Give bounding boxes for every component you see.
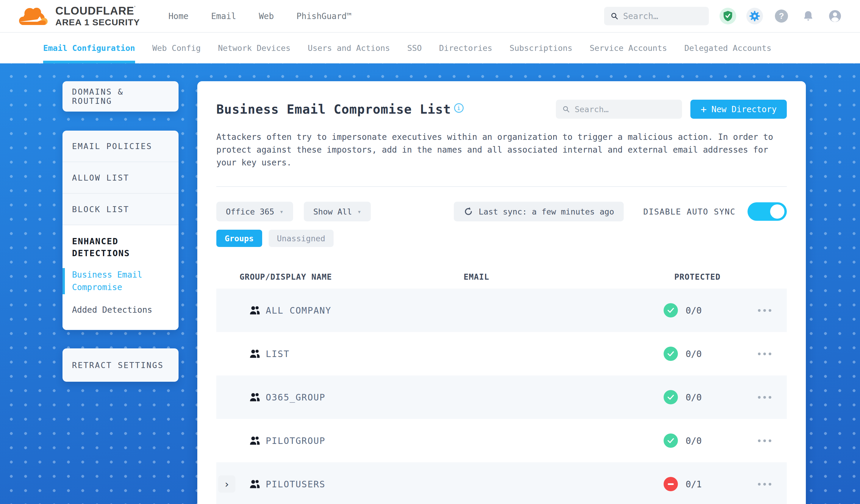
- segment-unassigned[interactable]: Unassigned: [269, 230, 334, 247]
- groups-table: GROUP/DISPLAY NAME EMAIL PROTECTED ALL C…: [216, 265, 787, 504]
- list-search[interactable]: [556, 100, 682, 119]
- settings-button[interactable]: [746, 8, 763, 24]
- cloudflare-cloud-icon: [17, 5, 50, 27]
- row-menu-button[interactable]: [742, 440, 787, 442]
- global-search-input[interactable]: [623, 11, 702, 21]
- cloudflare-logo[interactable]: CLOUDFLARE’ AREA 1 SECURITY: [17, 5, 140, 27]
- tab-subscriptions[interactable]: Subscriptions: [510, 33, 572, 63]
- user-avatar-icon: [828, 9, 842, 23]
- bec-list-panel: Business Email Compromise List i + New D…: [197, 81, 806, 504]
- tab-directories[interactable]: Directories: [439, 33, 492, 63]
- table-row[interactable]: LIST 0/0: [216, 332, 787, 375]
- directory-dropdown[interactable]: Office 365 ▾: [216, 202, 293, 221]
- question-icon: ?: [775, 10, 788, 23]
- auto-sync-label: DISABLE AUTO SYNC: [643, 207, 736, 216]
- tab-web-config[interactable]: Web Config: [152, 33, 201, 63]
- shield-check-icon: [723, 11, 733, 22]
- group-icon: [244, 305, 266, 315]
- global-search[interactable]: [604, 7, 709, 25]
- group-icon: [244, 479, 266, 489]
- logo-trademark: ’: [134, 5, 135, 11]
- chevron-down-icon: ▾: [357, 208, 361, 215]
- tab-network-devices[interactable]: Network Devices: [218, 33, 290, 63]
- app-header: CLOUDFLARE’ AREA 1 SECURITY Home Email W…: [0, 0, 860, 33]
- sidebar-item-enhanced-detections[interactable]: ENHANCED DETECTIONS: [62, 235, 178, 259]
- sidebar-item-allow-list[interactable]: ALLOW LIST: [62, 162, 178, 194]
- column-header-name: GROUP/DISPLAY NAME: [216, 272, 452, 282]
- bell-icon: [803, 10, 814, 22]
- logo-title: CLOUDFLARE: [55, 5, 134, 17]
- tab-delegated-accounts[interactable]: Delegated Accounts: [685, 33, 772, 63]
- nav-phishguard[interactable]: PhishGuard™: [296, 11, 352, 21]
- row-menu-button[interactable]: [742, 309, 787, 312]
- account-button[interactable]: [827, 8, 843, 24]
- refresh-icon: [463, 206, 473, 217]
- search-icon: [611, 12, 618, 20]
- sidebar-item-added-detections[interactable]: Added Detections: [62, 303, 178, 317]
- protected-count: 0/0: [686, 435, 702, 446]
- notifications-button[interactable]: [800, 8, 817, 24]
- protected-count: 0/1: [686, 479, 702, 489]
- table-row[interactable]: › PILOTUSERS 0/1: [216, 462, 787, 504]
- row-menu-button[interactable]: [742, 396, 787, 399]
- nav-home[interactable]: Home: [169, 11, 188, 21]
- table-row[interactable]: O365_GROUP 0/0: [216, 375, 787, 419]
- table-row[interactable]: ALL COMPANY 0/0: [216, 289, 787, 332]
- sidebar-item-block-list[interactable]: BLOCK LIST: [62, 194, 178, 225]
- protected-count: 0/0: [686, 305, 702, 316]
- show-filter-dropdown[interactable]: Show All ▾: [304, 202, 371, 221]
- sidebar-item-domains-routing[interactable]: DOMAINS & ROUTING: [62, 81, 178, 112]
- directory-dropdown-value: Office 365: [226, 207, 274, 216]
- chevron-right-icon: ›: [224, 478, 230, 490]
- tab-service-accounts[interactable]: Service Accounts: [590, 33, 667, 63]
- auto-sync-toggle[interactable]: [747, 202, 787, 221]
- sidebar-item-business-email-compromise[interactable]: Business Email Compromise: [62, 268, 178, 294]
- segment-groups[interactable]: Groups: [216, 230, 262, 247]
- primary-nav: Home Email Web PhishGuard™: [169, 11, 352, 21]
- workspace-background: DOMAINS & ROUTING EMAIL POLICIES ALLOW L…: [0, 63, 860, 504]
- protected-count: 0/0: [686, 349, 702, 359]
- sidebar-item-email-policies[interactable]: EMAIL POLICIES: [62, 131, 178, 162]
- expand-row-button[interactable]: ›: [218, 475, 235, 493]
- table-row[interactable]: PILOTGROUP 0/0: [216, 419, 787, 462]
- group-icon: [244, 436, 266, 445]
- toggle-knob: [770, 204, 785, 219]
- row-menu-button[interactable]: [742, 352, 787, 355]
- last-sync-button[interactable]: Last sync: a few minutes ago: [454, 202, 624, 221]
- info-icon[interactable]: i: [454, 103, 464, 113]
- logo-subtitle: AREA 1 SECURITY: [55, 17, 140, 27]
- list-search-input[interactable]: [575, 105, 675, 114]
- column-header-protected: PROTECTED: [642, 272, 742, 282]
- gear-icon: [749, 10, 761, 22]
- page-description: Attackers often try to impersonate execu…: [216, 131, 776, 169]
- nav-email[interactable]: Email: [211, 11, 236, 21]
- help-button[interactable]: ?: [773, 8, 790, 24]
- group-name: LIST: [266, 349, 452, 359]
- show-filter-value: Show All: [313, 207, 352, 216]
- column-header-email: EMAIL: [452, 272, 642, 282]
- row-menu-button[interactable]: [742, 483, 787, 486]
- settings-sidebar: DOMAINS & ROUTING EMAIL POLICIES ALLOW L…: [62, 81, 178, 382]
- group-icon: [244, 349, 266, 359]
- protected-count: 0/0: [686, 392, 702, 403]
- search-icon: [562, 105, 570, 113]
- protected-status-icon: [663, 303, 678, 317]
- protected-status-icon: [663, 347, 678, 361]
- protected-status-icon: [663, 390, 678, 404]
- section-nav: Email Configuration Web Config Network D…: [0, 33, 860, 63]
- security-status-button[interactable]: [719, 8, 736, 24]
- table-header-row: GROUP/DISPLAY NAME EMAIL PROTECTED: [216, 265, 787, 289]
- last-sync-text: Last sync: a few minutes ago: [479, 207, 614, 216]
- protected-status-icon: [663, 433, 678, 448]
- group-name: O365_GROUP: [266, 392, 452, 403]
- tab-sso[interactable]: SSO: [407, 33, 422, 63]
- new-directory-label: New Directory: [712, 104, 777, 114]
- group-name: PILOTGROUP: [266, 435, 452, 446]
- nav-web[interactable]: Web: [259, 11, 274, 21]
- sidebar-item-retract-settings[interactable]: RETRACT SETTINGS: [62, 348, 178, 382]
- blocked-status-icon: [663, 477, 678, 491]
- group-icon: [244, 392, 266, 402]
- tab-email-configuration[interactable]: Email Configuration: [43, 33, 135, 63]
- tab-users-and-actions[interactable]: Users and Actions: [308, 33, 390, 63]
- new-directory-button[interactable]: + New Directory: [690, 100, 787, 119]
